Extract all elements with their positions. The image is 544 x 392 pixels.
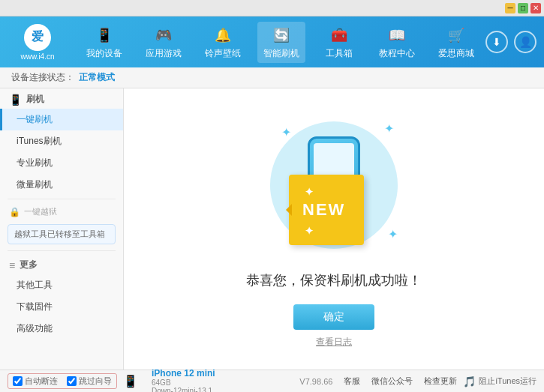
status-value: 正常模式 bbox=[79, 71, 115, 84]
auto-connect-checkbox[interactable]: 自动断连 bbox=[13, 376, 58, 387]
my-device-icon: 📱 bbox=[94, 25, 115, 46]
skip-wizard-label: 跳过向导 bbox=[79, 376, 112, 387]
sidebar-divider-2 bbox=[8, 250, 116, 251]
confirm-button[interactable]: 确定 bbox=[293, 304, 374, 330]
customer-service-link[interactable]: 客服 bbox=[344, 376, 360, 387]
device-storage: 64GB bbox=[152, 379, 215, 387]
auto-connect-label: 自动断连 bbox=[25, 376, 58, 387]
sidebar-item-micro-flash[interactable]: 微量刷机 bbox=[0, 174, 123, 196]
logo-area: 爱 www.i4.cn bbox=[8, 24, 68, 61]
nav-smart-flash[interactable]: 🔄 智能刷机 bbox=[257, 22, 305, 63]
lock-icon: 🔒 bbox=[9, 207, 20, 217]
sidebar-section-more: ≡ 更多 bbox=[0, 254, 123, 274]
nav-tutorials-label: 教程中心 bbox=[379, 47, 415, 60]
smart-flash-icon: 🔄 bbox=[271, 25, 292, 46]
mall-icon: 🛒 bbox=[446, 25, 467, 46]
nav-apps-games[interactable]: 🎮 应用游戏 bbox=[140, 22, 188, 63]
skip-wizard-checkbox[interactable]: 跳过向导 bbox=[67, 376, 112, 387]
nav-smart-flash-label: 智能刷机 bbox=[263, 47, 299, 60]
phone-illustration: ✦ ✦ ✦ ✦ NEW ✦ bbox=[259, 110, 409, 260]
itunes-icon: 🎵 bbox=[463, 376, 476, 388]
sparkle-top-left: ✦ bbox=[281, 125, 291, 139]
status-bar: 设备连接状态： 正常模式 bbox=[0, 67, 544, 88]
nav-my-device-label: 我的设备 bbox=[86, 47, 122, 60]
main-area: 📱 刷机 一键刷机 iTunes刷机 专业刷机 微量刷机 🔒 一键越狱 越狱工具… bbox=[0, 88, 544, 370]
nav-bar: 📱 我的设备 🎮 应用游戏 🔔 铃声壁纸 🔄 智能刷机 🧰 工具箱 📖 教程中心… bbox=[75, 22, 485, 63]
secondary-link[interactable]: 查看日志 bbox=[316, 336, 352, 349]
new-ribbon: ✦ NEW ✦ bbox=[289, 175, 364, 245]
more-section-icon: ≡ bbox=[9, 259, 15, 271]
nav-toolbox-label: 工具箱 bbox=[326, 47, 353, 60]
star-left: ✦ bbox=[305, 186, 315, 198]
apps-games-icon: 🎮 bbox=[153, 25, 174, 46]
device-info: iPhone 12 mini 64GB Down-12mini-13,1 bbox=[152, 368, 215, 393]
bottom-bar: 自动断连 跳过向导 📱 iPhone 12 mini 64GB Down-12m… bbox=[0, 370, 544, 392]
more-section-label: 更多 bbox=[20, 259, 38, 271]
nav-ringtones[interactable]: 🔔 铃声壁纸 bbox=[199, 22, 247, 63]
sidebar-item-advanced[interactable]: 高级功能 bbox=[0, 318, 123, 340]
nav-my-device[interactable]: 📱 我的设备 bbox=[80, 22, 128, 63]
jailbreak-notice: 越狱工具已转移至工具箱 bbox=[8, 224, 116, 244]
header-right: ⬇ 👤 bbox=[485, 31, 536, 53]
sidebar-item-download-firmware[interactable]: 下载固件 bbox=[0, 296, 123, 318]
itunes-status[interactable]: 🎵 阻止iTunes运行 bbox=[463, 376, 536, 388]
checkbox-group: 自动断连 跳过向导 bbox=[8, 373, 117, 389]
auto-connect-input[interactable] bbox=[13, 376, 23, 386]
sparkle-top-right: ✦ bbox=[384, 121, 394, 136]
flash-section-icon: 📱 bbox=[9, 94, 22, 106]
version-label: V7.98.66 bbox=[299, 377, 332, 386]
skip-wizard-input[interactable] bbox=[67, 376, 77, 386]
bottom-right: V7.98.66 客服 微信公众号 检查更新 bbox=[299, 376, 457, 387]
sidebar: 📱 刷机 一键刷机 iTunes刷机 专业刷机 微量刷机 🔒 一键越狱 越狱工具… bbox=[0, 88, 124, 370]
logo-subtitle: www.i4.cn bbox=[20, 52, 54, 61]
sidebar-item-one-click-flash[interactable]: 一键刷机 bbox=[0, 109, 123, 130]
nav-mall[interactable]: 🛒 爱思商城 bbox=[432, 22, 480, 63]
nav-tutorials[interactable]: 📖 教程中心 bbox=[373, 22, 421, 63]
nav-ringtones-label: 铃声壁纸 bbox=[205, 47, 241, 60]
sidebar-item-pro-flash[interactable]: 专业刷机 bbox=[0, 152, 123, 174]
maximize-button[interactable]: □ bbox=[518, 3, 528, 13]
device-icon: 📱 bbox=[123, 374, 138, 388]
toolbox-icon: 🧰 bbox=[329, 25, 350, 46]
content-area: ✦ ✦ ✦ ✦ NEW ✦ 恭喜您，保资料刷机成功啦！ 确定 查看日志 bbox=[124, 88, 544, 370]
sparkle-bottom-right: ✦ bbox=[388, 227, 398, 241]
logo-icon: 爱 bbox=[24, 24, 51, 51]
header: 爱 www.i4.cn 📱 我的设备 🎮 应用游戏 🔔 铃声壁纸 🔄 智能刷机 … bbox=[0, 16, 544, 67]
close-button[interactable]: ✕ bbox=[530, 3, 541, 13]
profile-button[interactable]: 👤 bbox=[514, 31, 536, 53]
nav-mall-label: 爱思商城 bbox=[438, 47, 474, 60]
device-os: Down-12mini-13,1 bbox=[152, 387, 215, 393]
check-update-link[interactable]: 检查更新 bbox=[424, 376, 457, 387]
flash-section-label: 刷机 bbox=[26, 93, 44, 106]
tutorials-icon: 📖 bbox=[386, 25, 407, 46]
download-button[interactable]: ⬇ bbox=[485, 31, 508, 53]
sidebar-item-other-tools[interactable]: 其他工具 bbox=[0, 274, 123, 296]
nav-toolbox[interactable]: 🧰 工具箱 bbox=[317, 22, 362, 63]
sidebar-locked-jailbreak: 🔒 一键越狱 bbox=[0, 202, 123, 221]
sidebar-divider-1 bbox=[8, 199, 116, 199]
wechat-official-link[interactable]: 微信公众号 bbox=[371, 376, 413, 387]
jailbreak-label: 一键越狱 bbox=[24, 206, 57, 217]
sidebar-section-flash: 📱 刷机 bbox=[0, 88, 123, 109]
title-bar: ─ □ ✕ bbox=[0, 0, 544, 16]
new-badge-text: NEW bbox=[302, 200, 345, 219]
nav-apps-games-label: 应用游戏 bbox=[146, 47, 182, 60]
star-right: ✦ bbox=[305, 225, 315, 237]
sidebar-item-itunes-flash[interactable]: iTunes刷机 bbox=[0, 130, 123, 152]
minimize-button[interactable]: ─ bbox=[505, 3, 515, 13]
ringtones-icon: 🔔 bbox=[212, 25, 233, 46]
itunes-status-label: 阻止iTunes运行 bbox=[479, 376, 536, 387]
status-label: 设备连接状态： bbox=[11, 71, 74, 84]
success-text: 恭喜您，保资料刷机成功啦！ bbox=[246, 271, 422, 289]
